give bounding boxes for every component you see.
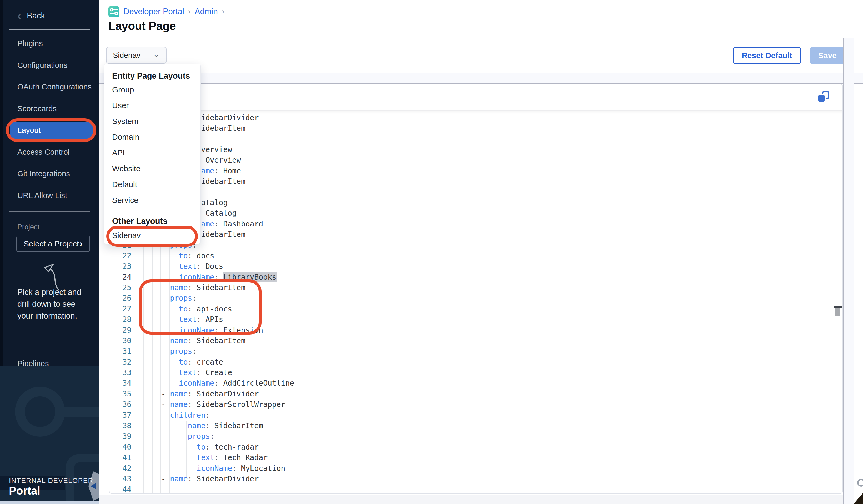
pipeline-bar-graphic — [64, 407, 99, 417]
code-text: children: — [143, 411, 210, 419]
code-text: text: Create — [143, 368, 232, 377]
layout-type-select[interactable]: Sidenav ⌄ — [106, 47, 166, 64]
breadcrumb-developer-portal[interactable]: Developer Portal — [123, 7, 184, 16]
code-text: props: — [143, 432, 214, 441]
sidebar-item-access-control[interactable]: Access Control — [0, 141, 99, 163]
code-line-11: 11 props: — [113, 134, 843, 144]
brand-line-small: INTERNAL DEVELOPER — [9, 477, 93, 485]
menu-item-user[interactable]: User — [104, 98, 200, 113]
code-line-43: 43 - name: SidebarDivider — [113, 474, 843, 484]
sidebar-item-scorecards[interactable]: Scorecards — [0, 98, 99, 120]
code-line-20: 20 - name: SidebarItem — [113, 229, 843, 240]
reset-default-label: Reset Default — [742, 51, 792, 60]
menu-item-website[interactable]: Website — [104, 161, 200, 177]
empty-state-line: drill down to see — [17, 298, 81, 310]
breadcrumb-separator-icon: › — [222, 7, 224, 16]
line-number: 35 — [113, 390, 131, 398]
reset-default-button[interactable]: Reset Default — [733, 47, 801, 64]
page-header: Developer Portal › Admin › Layout Page — [99, 0, 863, 38]
code-line-15: 15 - name: SidebarItem — [113, 176, 843, 187]
line-number: 41 — [113, 453, 131, 462]
code-line-13: 13 text: Overview — [113, 155, 843, 165]
layout-select-dropdown-menu: Entity Page Layouts GroupUserSystemDomai… — [104, 64, 201, 244]
chevron-right-icon: › — [79, 240, 83, 248]
code-line-17: 17 to: catalog — [113, 197, 843, 208]
code-text: to: tech-radar — [143, 443, 259, 451]
line-number: 34 — [113, 379, 131, 388]
line-number: 22 — [113, 251, 131, 260]
pipeline-ring-graphic — [15, 387, 65, 437]
code-line-21: 21 props: — [113, 240, 843, 250]
line-number: 40 — [113, 443, 131, 451]
sidebar-divider — [9, 212, 90, 212]
code-line-14: 14 iconName: Home — [113, 165, 843, 176]
line-number: 32 — [113, 358, 131, 366]
save-button[interactable]: Save — [810, 47, 845, 64]
menu-item-default[interactable]: Default — [104, 177, 200, 192]
page-title: Layout Page — [109, 20, 176, 33]
chevron-down-icon: ⌄ — [153, 49, 160, 59]
code-line-39: 39 props: — [113, 431, 843, 442]
back-button[interactable]: ‹ Back — [17, 10, 45, 22]
sidebar-bottom-strip — [0, 501, 99, 504]
breadcrumb-admin[interactable]: Admin — [195, 7, 218, 16]
empty-state-line: Pick a project and — [17, 286, 81, 298]
menu-item-system[interactable]: System — [104, 113, 200, 129]
annotation-circle-code-block — [139, 279, 262, 335]
code-line-19: 19 iconName: Dashboard — [113, 218, 843, 229]
code-text: iconName: MyLocation — [143, 464, 285, 473]
menu-item-service[interactable]: Service — [104, 192, 200, 208]
code-line-32: 32 to: create — [113, 357, 843, 367]
breadcrumb-separator-icon: › — [188, 7, 191, 16]
line-number: 37 — [113, 411, 131, 419]
code-text: text: Docs — [143, 262, 223, 271]
menu-item-group[interactable]: Group — [104, 82, 200, 98]
code-line-38: 38 - name: SidebarItem — [113, 420, 843, 431]
line-number: 31 — [113, 347, 131, 356]
annotation-circle-layout — [6, 118, 96, 142]
code-line-44: 44 — [113, 484, 843, 494]
code-text: text: Tech Radar — [143, 453, 267, 462]
project-selector[interactable]: Select a Project › — [16, 236, 90, 252]
admin-sidebar: ‹ Back PluginsConfigurationsOAuth Config… — [0, 0, 99, 504]
line-number: 23 — [113, 262, 131, 271]
sidebar-item-git-integrations[interactable]: Git Integrations — [0, 163, 99, 185]
line-number: 39 — [113, 432, 131, 441]
code-line-37: 37 children: — [113, 410, 843, 420]
line-number: 42 — [113, 464, 131, 473]
code-line-40: 40 to: tech-radar — [113, 442, 843, 452]
layout-select-value: Sidenav — [113, 51, 140, 60]
sidebar-item-configurations[interactable]: Configurations — [0, 54, 99, 76]
code-line-18: 18 text: Catalog — [113, 208, 843, 218]
code-line-22: 22 to: docs — [113, 250, 843, 261]
annotation-tool-artifact-icon — [857, 479, 863, 487]
page-scrollbar-track[interactable] — [843, 38, 854, 504]
copy-icon[interactable] — [817, 91, 830, 104]
empty-state-text: Pick a project anddrill down to seeyour … — [17, 286, 81, 322]
empty-state-line: your information. — [17, 310, 81, 322]
code-line-10: 10 - name: SidebarItem — [113, 123, 843, 134]
corner-cursor-artifact — [853, 493, 863, 504]
line-number: 24 — [113, 273, 131, 281]
copy-front-square — [817, 94, 826, 103]
code-text: - name: SidebarScrollWrapper — [143, 400, 285, 409]
code-text: iconName: AddCircleOutline — [143, 379, 294, 388]
sidebar-item-plugins[interactable]: Plugins — [0, 33, 99, 54]
brand-line-portal: Portal — [9, 484, 40, 497]
line-number: 28 — [113, 315, 131, 324]
code-line-12: 12 to: overview — [113, 144, 843, 155]
code-text: to: create — [143, 358, 223, 366]
line-number: 36 — [113, 400, 131, 409]
sidebar-item-oauth-configurations[interactable]: OAuth Configurations — [0, 76, 99, 98]
line-number: 29 — [113, 326, 131, 335]
developer-portal-logo-icon — [109, 6, 120, 17]
line-number: 43 — [113, 475, 131, 483]
menu-item-domain[interactable]: Domain — [104, 129, 200, 145]
code-text: props: — [143, 347, 197, 356]
back-label: Back — [27, 11, 45, 21]
line-number: 30 — [113, 337, 131, 345]
menu-item-api[interactable]: API — [104, 145, 200, 161]
sidebar-item-url-allow-list[interactable]: URL Allow List — [0, 185, 99, 206]
code-line-33: 33 text: Create — [113, 367, 843, 378]
content-tab-strip — [99, 73, 863, 84]
